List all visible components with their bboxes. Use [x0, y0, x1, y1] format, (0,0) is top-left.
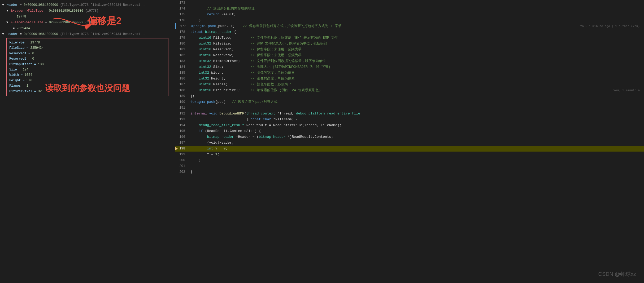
code-editor: 173 174 // 返回新分配的内存块的地址 175 return Resul…: [175, 0, 644, 283]
code-line-190: 190 #pragma pack(pop) // 恢复之前的pack对齐方式: [175, 99, 644, 105]
code-line-199: 199 Y = 1;: [175, 152, 644, 157]
field-reserved1: Reserved1 = 0: [9, 51, 166, 56]
field-reserved2: Reserved2 = 0: [9, 56, 166, 61]
debug-panel: ▼ Header = 0x0000019861890000 {FileType=…: [0, 0, 175, 283]
code-line-175: 175 return Result;: [175, 12, 644, 17]
code-line-193: 193 | const char *FileName) {: [175, 117, 644, 122]
code-line-195: 195 if (ReadResult.ContentsSize) {: [175, 128, 644, 134]
code-line-188: 188 uint16 BitsPerPixel; // 每像素的位数 (例如，2…: [175, 87, 644, 93]
field-bitmapoffset: BitmapOffset = 138: [9, 62, 166, 67]
code-line-189: 189 };: [175, 93, 644, 99]
code-line-186: 186 int32 Height; // 图像的高度，单位为像素: [175, 76, 644, 82]
code-line-180: 180 uint32 FileSize; // BMP 文件的总大小，以字节为单…: [175, 41, 644, 47]
annotation-read: 读取到的参数也没问题: [45, 82, 130, 94]
expand-icon2[interactable]: ▼: [6, 9, 8, 13]
blame-177: You, 1 minute ago | 1 author (You): [580, 23, 644, 29]
code-area: 173 174 // 返回新分配的内存块的地址 175 return Resul…: [175, 0, 644, 283]
debug-item-header1: ▼ Header = 0x0000019861890000 {FileType=…: [0, 2, 175, 8]
code-line-176: 176 }: [175, 17, 644, 23]
field-filetype: FileType = 19778: [9, 40, 166, 45]
code-line-183: 183 uint32 BitmapOffset; // 文件开始到位图数据的偏移…: [175, 58, 644, 64]
code-line-181: 181 uint16 Reserved1; // 保留字段；未使用，必须为零: [175, 47, 644, 52]
code-line-177: 177 #pragma pack(push, 1) // 保存当前打包对齐方式，…: [175, 23, 644, 29]
code-line-178: 178 struct bitmap_header {: [175, 29, 644, 35]
expand-icon4[interactable]: ▼: [2, 32, 4, 36]
code-line-185: 185 int32 Width; // 图像的宽度，单位为像素: [175, 70, 644, 76]
code-line-174: 174 // 返回新分配的内存块的地址: [175, 6, 644, 12]
code-line-173: 173: [175, 0, 644, 6]
code-line-184: 184 uint32 Size; // 头部大小 (BITMAPINFOHEAD…: [175, 64, 644, 70]
field-size: Size = 124: [9, 67, 166, 72]
blame-188: You, 1 minute a: [613, 87, 644, 93]
code-line-194: 194 debug_read_file_result ReadResult = …: [175, 122, 644, 128]
code-line-192: 192 internal void DebugLoadBMP(thread_co…: [175, 111, 644, 117]
code-line-201: 201: [175, 163, 644, 169]
code-line-191: 191: [175, 105, 644, 111]
watermark: CSDN @虾球xz: [598, 271, 636, 278]
field-filesize: FileSize = 2359434: [9, 45, 166, 51]
code-line-196: 196 bitmap_header *Header = (bitmap_head…: [175, 134, 644, 140]
expand-icon[interactable]: ▼: [2, 3, 4, 7]
code-line-198: 198 int Y = 0;: [175, 146, 644, 152]
expand-icon3[interactable]: ▼: [6, 21, 8, 24]
code-line-197: 197 (void)Header;: [175, 140, 644, 146]
annotation-arrow-svg: [48, 14, 101, 35]
code-line-187: 187 uint16 Planes; // 颜色平面数，必须为 1: [175, 82, 644, 87]
debug-item-filetype: ▼ &Header->FileType = 0x0000019861890000…: [0, 8, 175, 14]
code-line-202: 202 }: [175, 169, 644, 175]
code-line-182: 182 uint16 Reserved2; // 保留字段；未使用，必须为零: [175, 52, 644, 58]
field-width: Width = 1024: [9, 72, 166, 78]
code-line-179: 179 uint16 FileType; // 文件类型标识；应该是 'BM' …: [175, 35, 644, 41]
code-line-200: 200 }: [175, 157, 644, 163]
